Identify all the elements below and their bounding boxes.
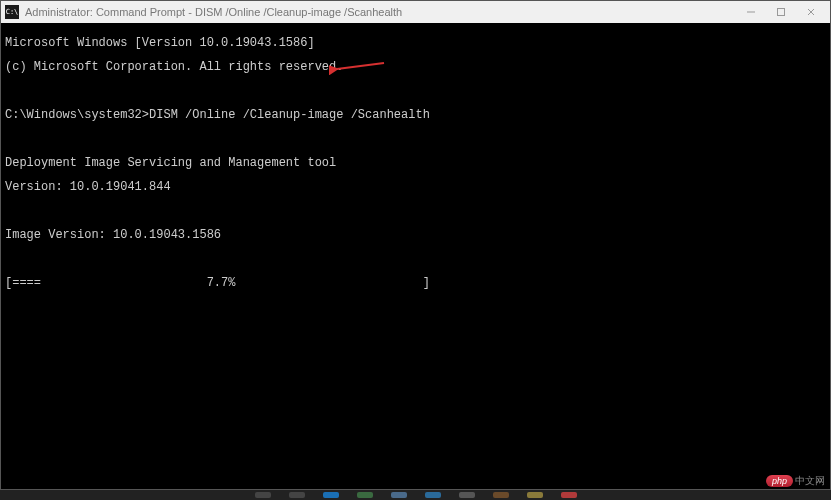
watermark: php 中文网: [766, 474, 825, 488]
progress-line: [==== 7.7% ]: [5, 277, 826, 289]
taskbar-item[interactable]: [459, 492, 475, 498]
taskbar-item[interactable]: [357, 492, 373, 498]
window-controls: [736, 1, 826, 23]
output-blank: [5, 85, 826, 97]
minimize-button[interactable]: [736, 1, 766, 23]
taskbar-item[interactable]: [289, 492, 305, 498]
maximize-button[interactable]: [766, 1, 796, 23]
taskbar-item[interactable]: [561, 492, 577, 498]
taskbar[interactable]: [0, 490, 831, 500]
output-line: Deployment Image Servicing and Managemen…: [5, 157, 826, 169]
output-line: Microsoft Windows [Version 10.0.19043.15…: [5, 37, 826, 49]
taskbar-item[interactable]: [425, 492, 441, 498]
output-blank: [5, 253, 826, 265]
window-title: Administrator: Command Prompt - DISM /On…: [25, 6, 736, 18]
app-icon: C:\: [5, 5, 19, 19]
taskbar-item[interactable]: [493, 492, 509, 498]
taskbar-item[interactable]: [323, 492, 339, 498]
command-prompt-window: C:\ Administrator: Command Prompt - DISM…: [0, 0, 831, 490]
close-button[interactable]: [796, 1, 826, 23]
output-blank: [5, 133, 826, 145]
output-blank: [5, 205, 826, 217]
terminal-output[interactable]: Microsoft Windows [Version 10.0.19043.15…: [1, 23, 830, 489]
taskbar-item[interactable]: [391, 492, 407, 498]
watermark-text: 中文网: [795, 474, 825, 488]
prompt-line: C:\Windows\system32>DISM /Online /Cleanu…: [5, 109, 826, 121]
taskbar-item[interactable]: [255, 492, 271, 498]
taskbar-item[interactable]: [527, 492, 543, 498]
svg-rect-1: [778, 9, 785, 16]
output-line: Version: 10.0.19041.844: [5, 181, 826, 193]
output-line: (c) Microsoft Corporation. All rights re…: [5, 61, 826, 73]
output-line: Image Version: 10.0.19043.1586: [5, 229, 826, 241]
titlebar[interactable]: C:\ Administrator: Command Prompt - DISM…: [1, 1, 830, 23]
watermark-badge: php: [766, 475, 793, 487]
